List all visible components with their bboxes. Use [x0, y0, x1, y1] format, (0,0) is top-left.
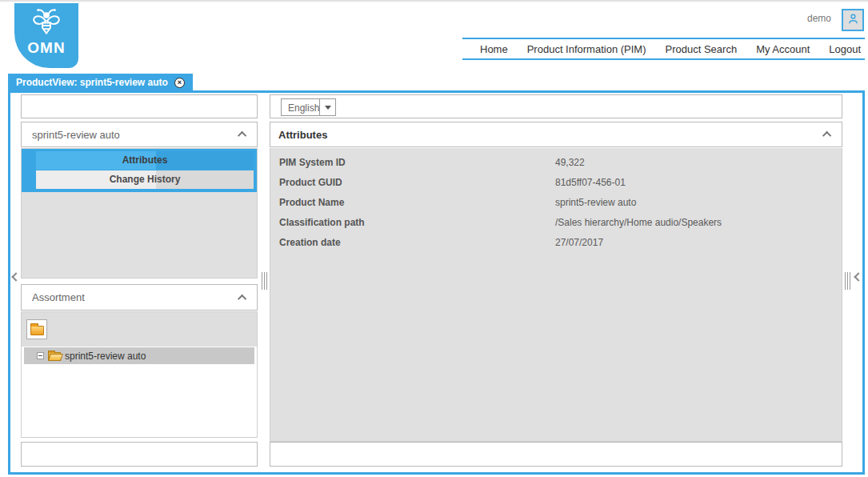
panel-splitter-handle[interactable]: [262, 272, 267, 290]
product-section-header[interactable]: sprint5-review auto: [21, 122, 258, 147]
panel-splitter-handle[interactable]: [845, 272, 850, 290]
tree-item-sprint5-review-auto[interactable]: sprint5-review auto: [24, 347, 254, 364]
tab-productview[interactable]: ProductView: sprint5-review auto ×: [8, 74, 193, 91]
table-row: Product Name sprint5-review auto: [270, 192, 842, 212]
nav-item-product-search[interactable]: Product Search: [666, 43, 738, 55]
nav-item-logout[interactable]: Logout: [829, 43, 861, 55]
folder-icon: [30, 326, 44, 335]
assortment-tree: sprint5-review auto: [22, 347, 257, 437]
attribute-value: 27/07/2017: [555, 237, 603, 248]
collapse-left-panel-icon[interactable]: [11, 272, 20, 281]
left-panel-toolbar-empty: [21, 94, 258, 118]
omn-logo[interactable]: OMN: [14, 3, 78, 68]
dropdown-arrow[interactable]: [319, 99, 335, 115]
assortment-toolbar: [22, 312, 257, 347]
attribute-label: Classification path: [270, 217, 555, 228]
open-folder-icon: [48, 352, 61, 361]
attribute-value: 81d5ff07-456-01: [555, 177, 626, 188]
chevron-up-icon[interactable]: [822, 131, 831, 140]
attribute-label: Product Name: [270, 197, 555, 208]
collapse-expander-icon[interactable]: [37, 352, 44, 359]
chevron-up-icon[interactable]: [238, 294, 246, 303]
logo-text: OMN: [27, 39, 65, 57]
collapse-right-panel-icon[interactable]: [854, 272, 862, 281]
attribute-label: PIM System ID: [270, 157, 555, 168]
attributes-section-header[interactable]: Attributes: [270, 122, 842, 147]
assortment-section-title: Assortment: [32, 291, 85, 303]
left-panel-footer-empty: [21, 442, 258, 467]
username-label: demo: [807, 13, 831, 24]
nav-item-my-account[interactable]: My Account: [756, 43, 810, 55]
main-panel-footer-empty: [270, 442, 842, 467]
attribute-value: /Sales hierarchy/Home audio/Speakers: [555, 217, 722, 228]
main-toolbar: English: [270, 94, 842, 118]
app-window: OMN demo Home Product Information (PIM) …: [0, 0, 868, 477]
user-account-button[interactable]: [842, 9, 864, 31]
top-navigation: Home Product Information (PIM) Product S…: [462, 38, 865, 60]
caret-down-icon: [325, 106, 331, 110]
close-icon[interactable]: ×: [174, 78, 185, 88]
tab-title: ProductView: sprint5-review auto: [16, 77, 168, 88]
nav-item-home[interactable]: Home: [480, 43, 508, 55]
product-section-title: sprint5-review auto: [32, 129, 120, 141]
productview-container: sprint5-review auto Attributes Change Hi…: [8, 90, 865, 475]
product-section-body: Attributes Change History: [21, 148, 258, 279]
user-icon: [846, 12, 860, 29]
language-select-value: English: [282, 99, 319, 115]
attributes-table: PIM System ID 49,322 Product GUID 81d5ff…: [270, 148, 842, 442]
assortment-section-body: sprint5-review auto: [21, 311, 258, 438]
product-menu: Attributes Change History: [22, 149, 257, 192]
language-select[interactable]: English: [281, 98, 336, 116]
chevron-up-icon[interactable]: [238, 131, 246, 140]
folder-button[interactable]: [26, 319, 47, 339]
table-row: Product GUID 81d5ff07-456-01: [270, 172, 842, 192]
table-row: PIM System ID 49,322: [270, 152, 842, 172]
tree-item-label: sprint5-review auto: [65, 351, 146, 362]
bee-icon: [28, 3, 65, 41]
attribute-value: sprint5-review auto: [555, 197, 636, 208]
table-row: Classification path /Sales hierarchy/Hom…: [270, 212, 842, 232]
table-row: Creation date 27/07/2017: [270, 232, 842, 252]
nav-item-product-information-pim[interactable]: Product Information (PIM): [527, 43, 646, 55]
attribute-label: Creation date: [270, 237, 555, 248]
assortment-section-header[interactable]: Assortment: [21, 284, 258, 311]
menu-item-change-history[interactable]: Change History: [36, 170, 254, 189]
attribute-label: Product GUID: [270, 177, 555, 188]
attribute-value: 49,322: [555, 157, 585, 168]
attributes-section-title: Attributes: [278, 129, 327, 141]
menu-item-attributes[interactable]: Attributes: [36, 151, 254, 170]
